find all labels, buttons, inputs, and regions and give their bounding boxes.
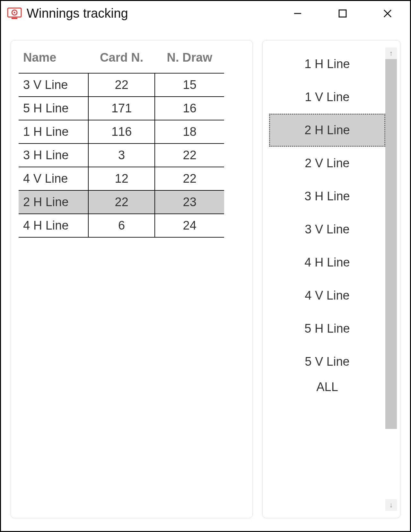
cell-name: 2 H Line [19, 190, 88, 214]
cell-n-draw: 23 [155, 190, 224, 214]
list-item[interactable]: ALL [269, 378, 385, 394]
arrow-up-icon: ↑ [389, 49, 393, 57]
table-row[interactable]: 2 H Line2223 [19, 190, 224, 214]
window-title: Winnings tracking [27, 6, 128, 21]
table-row[interactable]: 5 H Line17116 [19, 97, 224, 120]
scrollbar[interactable]: ↑ ↓ [385, 48, 397, 511]
cell-n-draw: 22 [155, 167, 224, 190]
scroll-thumb[interactable] [385, 59, 397, 429]
filter-list-wrap: 1 H Line1 V Line2 H Line2 V Line3 H Line… [269, 48, 385, 511]
cell-card-n: 22 [88, 73, 155, 97]
table-row[interactable]: 1 H Line11618 [19, 120, 224, 144]
cell-card-n: 12 [88, 167, 155, 190]
cell-n-draw: 15 [155, 73, 224, 97]
list-item[interactable]: 4 H Line [269, 246, 385, 279]
cell-card-n: 3 [88, 144, 155, 167]
table-row[interactable]: 4 V Line1222 [19, 167, 224, 190]
client-area: Name Card N. N. Draw 3 V Line22155 H Lin… [1, 26, 410, 531]
cell-card-n: 171 [88, 97, 155, 120]
list-item[interactable]: 3 V Line [269, 213, 385, 246]
cell-name: 3 H Line [19, 144, 88, 167]
table-row[interactable]: 3 V Line2215 [19, 73, 224, 97]
list-item[interactable]: 1 H Line [269, 48, 385, 81]
cell-card-n: 22 [88, 190, 155, 214]
list-item[interactable]: 1 V Line [269, 81, 385, 114]
list-item[interactable]: 5 H Line [269, 312, 385, 345]
table-header-row: Name Card N. N. Draw [19, 48, 224, 73]
list-item[interactable]: 4 V Line [269, 279, 385, 312]
svg-rect-5 [339, 10, 346, 17]
cell-n-draw: 18 [155, 120, 224, 144]
title-bar: Winnings tracking [1, 1, 410, 26]
cell-name: 3 V Line [19, 73, 88, 97]
col-header-n-draw: N. Draw [155, 48, 224, 73]
cell-n-draw: 16 [155, 97, 224, 120]
filter-panel: 1 H Line1 V Line2 H Line2 V Line3 H Line… [262, 40, 400, 518]
minimize-button[interactable] [275, 1, 320, 26]
list-item[interactable]: 2 V Line [269, 147, 385, 180]
cell-n-draw: 22 [155, 144, 224, 167]
app-icon [7, 7, 22, 20]
cell-name: 5 H Line [19, 97, 88, 120]
arrow-down-icon: ↓ [389, 501, 393, 509]
window-frame: Winnings tracking Name Card N. N. Draw [0, 0, 411, 532]
cell-name: 1 H Line [19, 120, 88, 144]
cell-card-n: 116 [88, 120, 155, 144]
results-panel: Name Card N. N. Draw 3 V Line22155 H Lin… [11, 40, 253, 518]
scroll-track[interactable] [385, 59, 397, 499]
cell-name: 4 V Line [19, 167, 88, 190]
cell-n-draw: 24 [155, 214, 224, 237]
scroll-up-button[interactable]: ↑ [385, 48, 397, 59]
list-item[interactable]: 2 H Line [269, 114, 385, 147]
table-row[interactable]: 3 H Line322 [19, 144, 224, 167]
scroll-down-button[interactable]: ↓ [385, 499, 397, 511]
svg-point-2 [14, 12, 15, 13]
cell-card-n: 6 [88, 214, 155, 237]
col-header-name: Name [19, 48, 88, 73]
close-button[interactable] [365, 1, 410, 26]
maximize-button[interactable] [320, 1, 365, 26]
table-row[interactable]: 4 H Line624 [19, 214, 224, 237]
filter-list[interactable]: 1 H Line1 V Line2 H Line2 V Line3 H Line… [269, 48, 385, 511]
cell-name: 4 H Line [19, 214, 88, 237]
svg-rect-3 [12, 18, 17, 19]
col-header-card-n: Card N. [88, 48, 155, 73]
list-item[interactable]: 3 H Line [269, 180, 385, 213]
results-table[interactable]: Name Card N. N. Draw 3 V Line22155 H Lin… [19, 48, 224, 238]
list-item[interactable]: 5 V Line [269, 345, 385, 378]
